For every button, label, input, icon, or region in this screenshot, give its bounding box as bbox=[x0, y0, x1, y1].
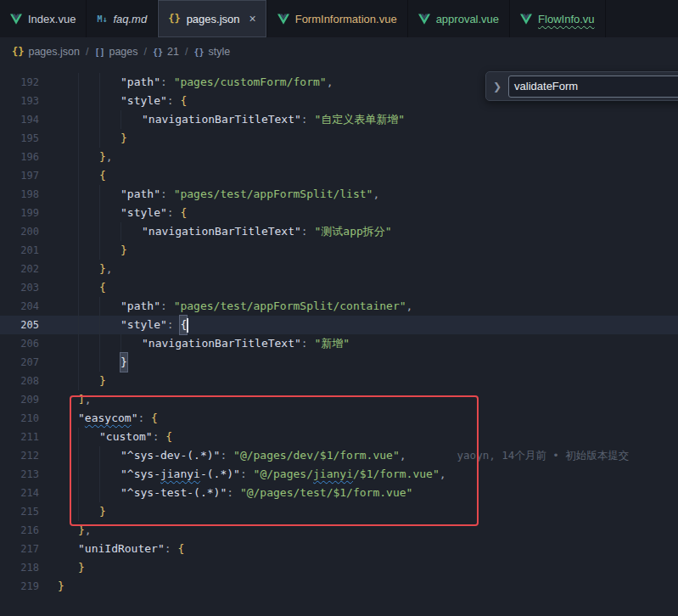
code-line[interactable]: 202}, bbox=[0, 260, 678, 278]
indent-guide bbox=[78, 502, 99, 521]
code-line[interactable]: 208} bbox=[0, 372, 678, 390]
tab-label: Index.vue bbox=[28, 13, 76, 25]
code-line[interactable]: 219} bbox=[0, 577, 678, 596]
code-token: "pages/test/appFormSplit/container" bbox=[174, 297, 406, 316]
breadcrumb-item-pages[interactable]: []pages bbox=[94, 46, 137, 58]
code-line[interactable]: 205"style": { bbox=[0, 316, 678, 334]
code-token: "style" bbox=[120, 92, 167, 110]
tab-FormInformation.vue[interactable]: FormInformation.vue bbox=[267, 0, 408, 37]
line-number: 197 bbox=[0, 166, 39, 185]
code-line[interactable]: 198"path": "pages/test/appFormSplit/list… bbox=[0, 185, 678, 204]
indent-guide bbox=[58, 484, 78, 502]
tab-Index.vue[interactable]: Index.vue bbox=[0, 0, 87, 37]
close-icon[interactable]: × bbox=[249, 13, 256, 25]
tab-pages.json[interactable]: {}pages.json× bbox=[158, 0, 267, 37]
indent-guide bbox=[99, 129, 120, 148]
code-token: /$1/form.vue" bbox=[353, 465, 440, 484]
line-number: 208 bbox=[0, 372, 39, 390]
code-token: { bbox=[99, 278, 106, 297]
code-line[interactable]: 213"^sys-jianyi-(.*)": "@/pages/jianyi/$… bbox=[0, 465, 678, 484]
editor[interactable]: 192"path": "pages/customForm/form",193"s… bbox=[0, 66, 678, 596]
tab-faq.md[interactable]: M↓faq.md bbox=[87, 0, 158, 37]
code-token: : bbox=[167, 204, 181, 222]
line-number: 201 bbox=[0, 241, 39, 260]
json-icon: {} bbox=[168, 13, 180, 25]
code-token: } bbox=[99, 260, 106, 278]
indent-guide bbox=[78, 204, 99, 222]
code-content: } bbox=[58, 129, 127, 148]
line-number: 202 bbox=[0, 260, 39, 278]
tab-approval.vue[interactable]: approval.vue bbox=[408, 0, 510, 37]
indent-guide bbox=[99, 222, 120, 241]
code-line[interactable]: 211"custom": { bbox=[0, 428, 678, 446]
code-line[interactable]: 194"navigationBarTitleText": "自定义表单新增" bbox=[0, 110, 678, 129]
code-token: : bbox=[160, 185, 174, 204]
object-icon: {} bbox=[153, 48, 163, 57]
indent-guide bbox=[120, 334, 142, 353]
code-line[interactable]: 204"path": "pages/test/appFormSplit/cont… bbox=[0, 297, 678, 316]
code-content: } bbox=[58, 577, 64, 596]
line-number: 210 bbox=[0, 409, 39, 428]
code-line[interactable]: 197{ bbox=[0, 166, 678, 185]
code-token: "uniIdRouter" bbox=[78, 540, 165, 558]
indent-guide bbox=[58, 372, 78, 390]
code-line[interactable]: 199"style": { bbox=[0, 204, 678, 222]
find-query[interactable]: validateForm bbox=[514, 80, 673, 92]
code-line[interactable]: 203{ bbox=[0, 278, 678, 297]
code-line[interactable]: 209], bbox=[0, 390, 678, 409]
indent-guide bbox=[78, 446, 99, 465]
code-line[interactable]: 216}, bbox=[0, 521, 678, 540]
indent-guide bbox=[58, 278, 78, 297]
code-content: "^sys-test-(.*)": "@/pages/test/$1/form.… bbox=[58, 484, 412, 502]
code-content: "path": "pages/test/appFormSplit/contain… bbox=[58, 297, 412, 316]
code-token: : bbox=[167, 92, 181, 110]
indent-guide bbox=[78, 465, 99, 484]
breadcrumb-item-style[interactable]: {}style bbox=[193, 46, 230, 58]
line-number: 213 bbox=[0, 465, 39, 484]
line-number: 206 bbox=[0, 334, 39, 353]
breadcrumb-item-pages.json[interactable]: {}pages.json bbox=[12, 46, 80, 58]
chevron-right-icon[interactable]: ❯ bbox=[493, 81, 501, 92]
code-token: : bbox=[167, 316, 181, 334]
line-number: 193 bbox=[0, 92, 39, 110]
tab-label: approval.vue bbox=[436, 13, 499, 25]
code-line[interactable]: 195} bbox=[0, 129, 678, 148]
code-token: , bbox=[440, 465, 446, 484]
code-token: } bbox=[99, 148, 106, 166]
code-token: , bbox=[106, 148, 113, 166]
code-token: , bbox=[400, 446, 406, 465]
indent-guide bbox=[78, 334, 99, 353]
code-token: : bbox=[301, 110, 315, 129]
code-content: "style": { bbox=[58, 92, 187, 110]
indent-guide bbox=[78, 166, 99, 185]
code-line[interactable]: 196}, bbox=[0, 148, 678, 166]
indent-guide bbox=[58, 316, 78, 334]
indent-guide bbox=[58, 390, 78, 409]
line-number: 209 bbox=[0, 390, 39, 409]
code-line[interactable]: 212"^sys-dev-(.*)": "@/pages/dev/$1/form… bbox=[0, 446, 678, 465]
indent-guide bbox=[78, 278, 99, 297]
code-line[interactable]: 201} bbox=[0, 241, 678, 260]
code-line[interactable]: 210"easycom": { bbox=[0, 409, 678, 428]
indent-guide bbox=[78, 185, 99, 204]
line-number: 195 bbox=[0, 129, 39, 148]
indent-guide bbox=[78, 222, 99, 241]
code-line[interactable]: 207} bbox=[0, 353, 678, 372]
line-number: 199 bbox=[0, 204, 39, 222]
code-line[interactable]: 206"navigationBarTitleText": "新增" bbox=[0, 334, 678, 353]
indent-guide bbox=[58, 558, 78, 577]
tab-FlowInfo.vu[interactable]: FlowInfo.vu bbox=[510, 0, 605, 37]
code-token: "path" bbox=[120, 185, 160, 204]
breadcrumb-separator: / bbox=[86, 46, 88, 58]
code-line[interactable]: 200"navigationBarTitleText": "测试app拆分" bbox=[0, 222, 678, 241]
code-token: : bbox=[227, 484, 240, 502]
code-line[interactable]: 218} bbox=[0, 558, 678, 577]
code-line[interactable]: 215} bbox=[0, 502, 678, 521]
code-line[interactable]: 214"^sys-test-(.*)": "@/pages/test/$1/fo… bbox=[0, 484, 678, 502]
tab-label: FlowInfo.vu bbox=[538, 13, 594, 25]
indent-guide bbox=[99, 334, 120, 353]
code-token: : bbox=[220, 446, 233, 465]
code-line[interactable]: 217"uniIdRouter": { bbox=[0, 540, 678, 558]
find-input[interactable]: validateForm Aa ab .* bbox=[508, 76, 678, 98]
breadcrumb-item-21[interactable]: {}21 bbox=[153, 46, 179, 58]
